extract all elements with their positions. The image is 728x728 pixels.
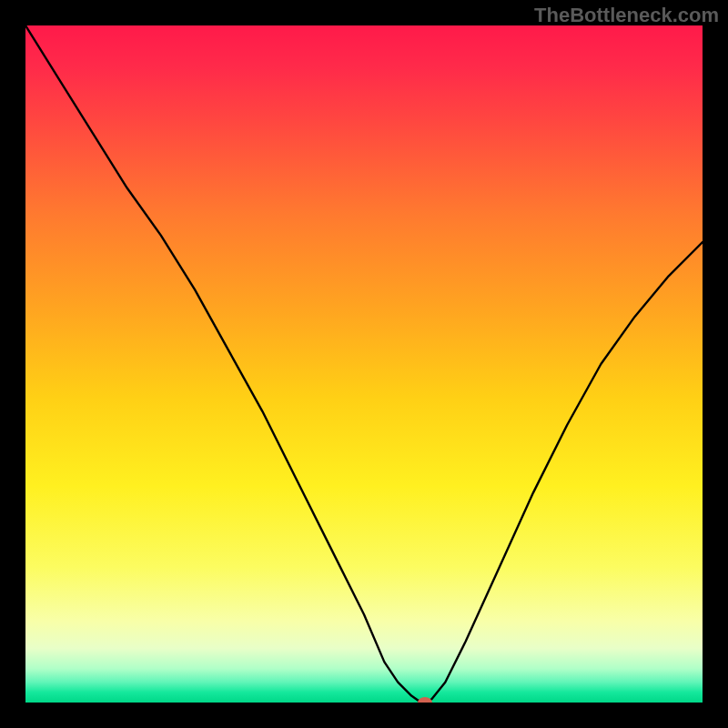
chart-container: TheBottleneck.com	[0, 0, 728, 728]
watermark-text: TheBottleneck.com	[534, 4, 719, 27]
plot-area	[25, 25, 703, 703]
curve-path	[25, 25, 703, 703]
minimum-marker	[418, 697, 432, 703]
curve-svg	[25, 25, 703, 703]
